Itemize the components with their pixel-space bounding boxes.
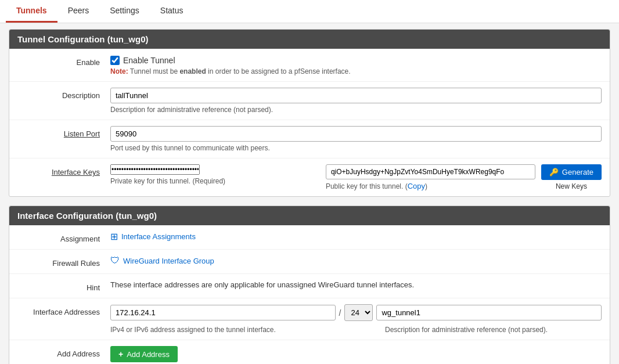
add-address-button-label: Add Address xyxy=(127,350,170,359)
assignment-row: Assignment ⊞ Interface Assignments xyxy=(9,225,610,250)
enable-row: Enable Enable Tunnel Note: Tunnel must b… xyxy=(9,49,610,82)
address-desc-note: Description for administrative reference… xyxy=(385,326,602,334)
public-key-input[interactable] xyxy=(326,164,535,179)
cidr-select[interactable]: 24 8 16 25 26 27 28 29 30 32 xyxy=(344,304,373,321)
interface-config-section: Interface Configuration (tun_wg0) Assign… xyxy=(9,206,610,364)
description-input[interactable] xyxy=(110,88,602,103)
assignment-label: Assignment xyxy=(17,231,110,243)
description-content: Description for administrative reference… xyxy=(110,88,602,114)
firewall-rules-content: 🛡 WireGuard Interface Group xyxy=(110,255,602,266)
enable-checkbox-label: Enable Tunnel xyxy=(123,56,175,65)
listen-port-note: Port used by this tunnel to communicate … xyxy=(110,144,602,152)
plus-icon: + xyxy=(118,349,123,359)
interface-assignments-link[interactable]: ⊞ Interface Assignments xyxy=(110,231,602,242)
add-address-label: Add Address xyxy=(17,346,110,358)
generate-button[interactable]: 🔑 Generate xyxy=(541,164,602,180)
hint-content: These interface addresses are only appli… xyxy=(110,280,602,289)
description-row: Description Description for administrati… xyxy=(9,82,610,120)
description-note: Description for administrative reference… xyxy=(110,106,602,114)
wireguard-interface-group-link[interactable]: 🛡 WireGuard Interface Group xyxy=(110,255,602,266)
interface-keys-content: Private key for this tunnel. (Required) … xyxy=(110,164,602,190)
listen-port-input[interactable] xyxy=(110,126,602,142)
description-label: Description xyxy=(17,88,110,100)
private-key-input[interactable] xyxy=(110,164,200,175)
enable-checkbox[interactable] xyxy=(110,56,120,65)
add-address-content: + Add Address xyxy=(110,346,602,362)
enable-note-text: Tunnel must be xyxy=(130,67,180,75)
interface-addresses-row: Interface Addresses / 24 8 16 25 26 xyxy=(9,298,610,340)
cidr-field: 24 8 16 25 26 27 28 29 30 32 xyxy=(344,304,373,321)
hint-label: Hint xyxy=(17,280,110,292)
interface-addresses-label: Interface Addresses xyxy=(17,304,110,316)
nav-status[interactable]: Status xyxy=(150,0,194,23)
interface-keys-row: Interface Keys Private key for this tunn… xyxy=(9,158,610,196)
copy-public-key-link[interactable]: Copy xyxy=(408,182,425,190)
interface-addresses-content: / 24 8 16 25 26 27 28 29 30 32 xyxy=(110,304,602,334)
private-key-note: Private key for this tunnel. (Required) xyxy=(110,177,320,185)
public-key-field: Public key for this tunnel. (Copy) xyxy=(326,164,535,190)
enable-note-suffix: in order to be assigned to a pfSense int… xyxy=(208,67,351,75)
new-keys-label: New Keys xyxy=(556,182,587,190)
listen-port-label: Listen Port xyxy=(17,126,110,138)
shield-icon: 🛡 xyxy=(110,255,120,266)
ip-address-input[interactable] xyxy=(110,305,336,320)
generate-wrap: 🔑 Generate New Keys xyxy=(541,164,602,190)
add-address-row: Add Address + Add Address xyxy=(9,340,610,364)
interface-config-header: Interface Configuration (tun_wg0) xyxy=(9,206,610,225)
nav-settings[interactable]: Settings xyxy=(99,0,150,23)
assignment-icon: ⊞ xyxy=(110,231,118,242)
interface-keys-label: Interface Keys xyxy=(17,164,110,176)
address-desc-input[interactable] xyxy=(376,305,602,320)
enable-content: Enable Tunnel Note: Tunnel must be enabl… xyxy=(110,55,602,75)
public-key-note: Public key for this tunnel. (Copy) xyxy=(326,182,535,190)
nav-tunnels[interactable]: Tunnels xyxy=(6,0,57,23)
enable-note-prefix: Note: xyxy=(110,67,128,75)
enable-label: Enable xyxy=(17,55,110,67)
slash-separator: / xyxy=(339,308,341,318)
tunnel-config-header: Tunnel Configuration (tun_wg0) xyxy=(9,30,610,49)
add-address-button[interactable]: + Add Address xyxy=(110,346,178,362)
assignment-content: ⊞ Interface Assignments xyxy=(110,231,602,242)
ip-address-field xyxy=(110,305,336,320)
listen-port-content: Port used by this tunnel to communicate … xyxy=(110,126,602,152)
enable-note: Note: Tunnel must be enabled in order to… xyxy=(110,67,602,75)
firewall-rules-row: Firewall Rules 🛡 WireGuard Interface Gro… xyxy=(9,250,610,274)
ip-address-note: IPv4 or IPv6 address assigned to the tun… xyxy=(110,326,327,334)
listen-port-row: Listen Port Port used by this tunnel to … xyxy=(9,120,610,158)
enable-note-bold: enabled xyxy=(179,67,206,75)
address-desc-field xyxy=(376,305,602,320)
key-icon: 🔑 xyxy=(549,168,559,176)
firewall-rules-label: Firewall Rules xyxy=(17,255,110,268)
top-nav: Tunnels Peers Settings Status xyxy=(0,0,619,23)
hint-row: Hint These interface addresses are only … xyxy=(9,274,610,298)
private-key-field: Private key for this tunnel. (Required) xyxy=(110,164,320,185)
hint-text: These interface addresses are only appli… xyxy=(110,280,414,289)
nav-peers[interactable]: Peers xyxy=(57,0,100,23)
generate-label: Generate xyxy=(562,168,593,176)
tunnel-config-section: Tunnel Configuration (tun_wg0) Enable En… xyxy=(9,29,610,197)
